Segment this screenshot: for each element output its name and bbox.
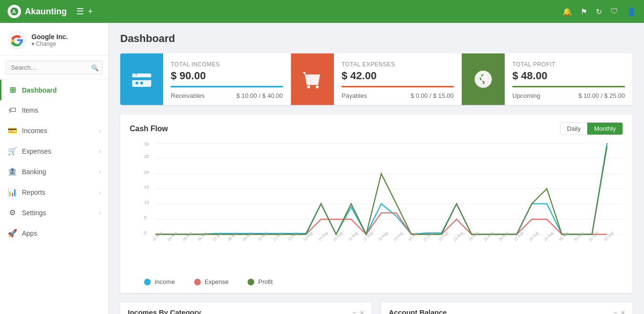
sidebar-label-banking: Banking [22, 168, 46, 176]
account-balance-card: Account Balance − × Cash $ 48.00 [381, 303, 633, 314]
sidebar-item-apps[interactable]: 🚀 Apps [0, 223, 108, 243]
settings-icon: ⚙ [8, 208, 17, 217]
svg-text:04 Aug: 04 Aug [167, 231, 178, 242]
search-icon: 🔍 [91, 64, 99, 71]
profit-card-body: TOTAL PROFIT $ 48.00 Upcoming $ 10.00 / … [505, 53, 633, 105]
main-content: Dashboard $ TOTAL INCOMES $ 90.00 [109, 23, 644, 314]
sidebar-label-reports: Reports [22, 188, 45, 196]
reports-arrow: ‹ [99, 189, 101, 195]
apps-icon: 🚀 [8, 229, 17, 238]
sidebar-item-dashboard[interactable]: ⊞ Dashboard [0, 80, 108, 100]
account-balance-minimize[interactable]: − [613, 309, 617, 314]
profit-label: TOTAL PROFIT [512, 61, 625, 68]
svg-text:10 Aug: 10 Aug [257, 231, 268, 242]
settings-arrow: ‹ [99, 210, 101, 216]
company-section: Google Inc. Change [0, 23, 108, 56]
expense-divider [342, 86, 454, 87]
svg-text:5: 5 [144, 215, 146, 220]
sidebar-item-incomes[interactable]: 💳 Incomes ‹ [0, 120, 108, 141]
app-logo: A Akaunting [8, 5, 67, 18]
svg-point-9 [316, 85, 319, 88]
app-name: Akaunting [25, 7, 67, 17]
cashflow-chart-area: 0 5 10 15 20 25 30 [130, 141, 623, 274]
shield-icon[interactable]: 🛡 [611, 7, 618, 16]
legend-profit-label: Profit [258, 278, 272, 285]
cashflow-toggle: Daily Monthly [560, 122, 623, 135]
sidebar-item-banking[interactable]: 🏦 Banking ‹ [0, 161, 108, 182]
expense-card: TOTAL EXPENSES $ 42.00 Payables $ 0.00 /… [291, 53, 462, 105]
svg-text:18 Aug: 18 Aug [377, 231, 388, 242]
stat-cards: $ TOTAL INCOMES $ 90.00 Receivables $ 10… [120, 53, 633, 105]
sidebar-label-items: Items [22, 106, 38, 114]
svg-text:25 Aug: 25 Aug [483, 231, 494, 242]
expense-value: $ 42.00 [342, 70, 454, 82]
svg-text:16 Aug: 16 Aug [347, 231, 358, 242]
sidebar-item-items[interactable]: 🏷 Items [0, 100, 108, 120]
income-sub-label: Receivables [171, 92, 205, 99]
bottom-section: Incomes By Category − × [120, 303, 633, 314]
notifications-icon[interactable]: 🔔 [562, 7, 572, 16]
svg-text:15: 15 [144, 184, 149, 189]
sidebar-label-settings: Settings [22, 209, 46, 217]
svg-text:06 Aug: 06 Aug [197, 231, 208, 242]
svg-text:29 Aug: 29 Aug [543, 231, 554, 242]
income-label: TOTAL INCOMES [171, 61, 283, 68]
topnav: A Akaunting ☰ + 🔔 ⚑ ↻ 🛡 👤 [0, 0, 644, 23]
expense-sub-value: $ 0.00 / $ 15.00 [411, 92, 454, 99]
incomes-category-header: Incomes By Category − × [120, 303, 372, 314]
svg-text:26 Aug: 26 Aug [498, 231, 509, 242]
svg-point-8 [307, 85, 310, 88]
sidebar-item-expenses[interactable]: 🛒 Expenses ‹ [0, 141, 108, 161]
svg-text:14 Aug: 14 Aug [317, 231, 328, 242]
cashflow-header: Cash Flow Daily Monthly [130, 122, 623, 135]
account-balance-close[interactable]: × [621, 309, 625, 314]
sidebar-label-expenses: Expenses [22, 147, 51, 155]
svg-text:31 Aug: 31 Aug [573, 231, 584, 242]
chart-legend: Income Expense Profit [130, 278, 623, 285]
svg-text:20: 20 [144, 169, 149, 175]
svg-text:03 Aug: 03 Aug [152, 231, 163, 242]
expense-sub: Payables $ 0.00 / $ 15.00 [342, 92, 454, 99]
svg-text:25: 25 [144, 154, 149, 159]
profit-sub: Upcoming $ 10.00 / $ 25.00 [512, 92, 625, 99]
svg-text:07 Aug: 07 Aug [212, 231, 223, 242]
incomes-category-close[interactable]: × [360, 309, 364, 314]
legend-income-dot [144, 279, 151, 285]
incomes-category-minimize[interactable]: − [353, 309, 356, 314]
expense-sub-label: Payables [342, 92, 367, 99]
company-logo [8, 31, 27, 50]
daily-toggle-button[interactable]: Daily [561, 123, 588, 135]
add-button[interactable]: + [88, 7, 93, 17]
svg-text:05 Aug: 05 Aug [182, 231, 193, 242]
hamburger-button[interactable]: ☰ [76, 6, 84, 17]
sidebar-label-incomes: Incomes [22, 127, 47, 135]
expense-card-icon [291, 53, 334, 105]
user-icon[interactable]: 👤 [627, 7, 636, 16]
topnav-icons: 🔔 ⚑ ↻ 🛡 👤 [562, 7, 636, 16]
profit-sub-value: $ 10.00 / $ 25.00 [578, 92, 625, 99]
search-input[interactable] [6, 61, 103, 74]
banking-arrow: ‹ [99, 169, 101, 175]
monthly-toggle-button[interactable]: Monthly [587, 123, 623, 135]
dashboard-icon: ⊞ [8, 85, 17, 94]
income-sub-value: $ 10.00 / $ 40.00 [236, 92, 283, 99]
logo-icon: A [8, 5, 21, 18]
cashflow-title: Cash Flow [130, 125, 168, 133]
svg-text:08 Aug: 08 Aug [227, 231, 238, 242]
company-info: Google Inc. Change [31, 33, 68, 47]
legend-expense-label: Expense [205, 278, 229, 285]
refresh-icon[interactable]: ↻ [596, 7, 602, 16]
profit-card: TOTAL PROFIT $ 48.00 Upcoming $ 10.00 / … [462, 53, 633, 105]
sidebar: Google Inc. Change 🔍 ⊞ Dashboard 🏷 Items… [0, 23, 109, 314]
change-company-link[interactable]: Change [31, 41, 68, 47]
flag-icon[interactable]: ⚑ [581, 7, 587, 16]
sidebar-item-settings[interactable]: ⚙ Settings ‹ [0, 202, 108, 223]
legend-profit-dot [248, 279, 254, 285]
cashflow-chart: 0 5 10 15 20 25 30 [144, 141, 623, 246]
banking-icon: 🏦 [8, 167, 17, 176]
svg-text:11 Aug: 11 Aug [272, 231, 283, 242]
svg-text:10: 10 [144, 199, 149, 205]
sidebar-item-reports[interactable]: 📊 Reports ‹ [0, 182, 108, 202]
legend-income: Income [144, 278, 175, 285]
svg-text:12 Aug: 12 Aug [287, 231, 298, 242]
